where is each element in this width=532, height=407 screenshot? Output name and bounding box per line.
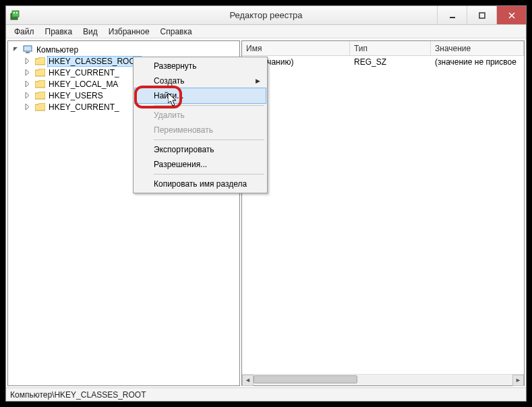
collapse-icon[interactable] — [12, 46, 20, 53]
list-pane[interactable]: Имя Тип Значение ab олчанию) REG_SZ (зна… — [241, 40, 525, 386]
svg-rect-6 — [24, 46, 32, 51]
tree-root-label: Компьютер — [35, 45, 80, 55]
scroll-thumb[interactable] — [254, 375, 357, 383]
folder-icon — [34, 68, 45, 77]
cm-separator — [154, 174, 264, 175]
column-header-name[interactable]: Имя — [242, 41, 350, 55]
cm-expand[interactable]: Развернуть — [135, 59, 266, 73]
window-controls — [437, 6, 526, 24]
svg-rect-4 — [450, 17, 455, 18]
value-data: (значение не присвое — [431, 57, 524, 67]
cm-copy-key-name[interactable]: Копировать имя раздела — [135, 177, 266, 191]
statusbar: Компьютер\HKEY_CLASSES_ROOT — [6, 387, 526, 401]
svg-rect-1 — [12, 11, 19, 17]
list-header: Имя Тип Значение — [242, 41, 524, 56]
submenu-arrow-icon: ▶ — [256, 77, 260, 84]
cm-find[interactable]: Найти... — [134, 88, 266, 104]
tree-item-label: HKEY_LOCAL_MA — [47, 80, 119, 89]
tree-root[interactable]: Компьютер — [12, 44, 239, 55]
scroll-track[interactable] — [254, 375, 512, 385]
horizontal-scrollbar[interactable]: ◄ ► — [242, 374, 524, 385]
cm-permissions[interactable]: Разрешения... — [135, 157, 266, 172]
menu-file[interactable]: Файл — [9, 26, 40, 38]
column-header-value[interactable]: Значение — [431, 41, 524, 55]
cm-delete[interactable]: Удалить — [135, 108, 266, 123]
regedit-icon — [10, 10, 21, 21]
cm-separator — [154, 139, 264, 140]
menu-view[interactable]: Вид — [78, 26, 103, 38]
status-path: Компьютер\HKEY_CLASSES_ROOT — [10, 390, 146, 400]
svg-rect-5 — [479, 13, 485, 18]
svg-rect-3 — [16, 12, 18, 13]
minimize-button[interactable] — [437, 6, 467, 24]
menu-help[interactable]: Справка — [155, 26, 198, 38]
tree-item-label: HKEY_USERS — [47, 91, 105, 100]
tree-item-label: HKEY_CURRENT_ — [47, 102, 121, 112]
expand-icon[interactable] — [24, 103, 32, 111]
cm-separator — [154, 105, 264, 106]
svg-rect-7 — [26, 52, 30, 53]
close-button[interactable] — [496, 6, 526, 24]
folder-icon — [34, 80, 45, 89]
menubar: Файл Правка Вид Избранное Справка — [6, 25, 526, 38]
cm-rename[interactable]: Переименовать — [135, 123, 266, 137]
expand-icon[interactable] — [24, 92, 32, 99]
expand-icon[interactable] — [24, 57, 32, 65]
menu-edit[interactable]: Правка — [40, 26, 78, 38]
menu-favorites[interactable]: Избранное — [103, 26, 155, 38]
context-menu: Развернуть Создать ▶ Найти... Удалить Пе… — [133, 57, 268, 193]
cm-export[interactable]: Экспортировать — [135, 142, 266, 157]
folder-icon — [34, 57, 45, 66]
titlebar[interactable]: Редактор реестра — [6, 6, 526, 25]
list-body[interactable]: ab олчанию) REG_SZ (значение не присвое — [242, 56, 524, 374]
scroll-left-button[interactable]: ◄ — [242, 375, 254, 386]
folder-icon — [34, 102, 45, 112]
scroll-right-button[interactable]: ► — [512, 375, 524, 386]
value-type: REG_SZ — [350, 57, 431, 67]
folder-icon — [34, 91, 45, 100]
expand-icon[interactable] — [24, 69, 32, 76]
tree-item-label: HKEY_CLASSES_ROOT — [47, 56, 142, 67]
cm-create[interactable]: Создать ▶ — [135, 73, 266, 88]
column-header-type[interactable]: Тип — [350, 41, 431, 55]
svg-rect-2 — [13, 12, 15, 13]
maximize-button[interactable] — [467, 6, 496, 24]
computer-icon — [22, 45, 33, 55]
list-row[interactable]: ab олчанию) REG_SZ (значение не присвое — [242, 56, 524, 67]
tree-item-label: HKEY_CURRENT_ — [47, 68, 121, 77]
expand-icon[interactable] — [24, 80, 32, 88]
